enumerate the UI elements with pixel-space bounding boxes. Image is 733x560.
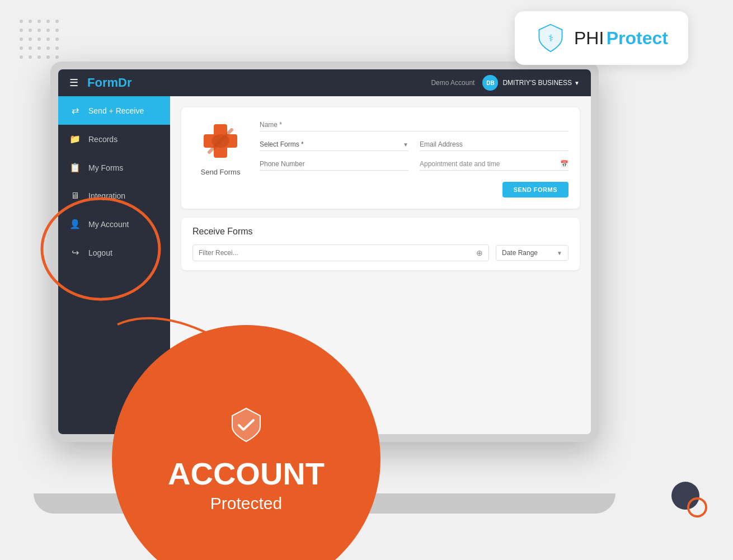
select-forms-field-group: Select Forms * ▼ bbox=[260, 138, 408, 151]
user-dropdown-arrow[interactable]: ▼ bbox=[574, 80, 580, 86]
hamburger-icon[interactable]: ☰ bbox=[69, 77, 78, 89]
formdr-cross-logo bbox=[198, 119, 243, 163]
send-receive-icon: ⇄ bbox=[69, 105, 81, 116]
app-logo: FormDr bbox=[87, 76, 131, 90]
phi-title-text: PHI Protect bbox=[574, 28, 668, 49]
my-forms-icon: 📋 bbox=[69, 162, 81, 173]
select-forms-arrow-icon: ▼ bbox=[403, 142, 408, 148]
email-field-group bbox=[420, 138, 568, 151]
receive-forms-section: Receive Forms ⊕ Date Range ▼ bbox=[181, 218, 580, 270]
filter-receive-input[interactable] bbox=[199, 249, 472, 257]
filter-row: ⊕ Date Range ▼ bbox=[192, 244, 568, 261]
calendar-icon: 📅 bbox=[560, 160, 568, 168]
name-field-group bbox=[260, 119, 568, 131]
email-input[interactable] bbox=[420, 138, 568, 151]
send-button-row: SEND FORMS bbox=[260, 182, 568, 197]
phone-field-group bbox=[260, 158, 408, 171]
form-logo-area: Send Forms bbox=[192, 119, 248, 197]
select-forms-dropdown[interactable]: Select Forms * ▼ bbox=[260, 138, 408, 151]
user-avatar: DB bbox=[482, 75, 498, 91]
my-account-icon: 👤 bbox=[69, 219, 81, 229]
sidebar-item-label-my-forms: My Forms bbox=[88, 163, 123, 172]
shield-check-icon bbox=[227, 406, 266, 445]
app-header: ☰ FormDr Demo Account DB DMITRIY'S BUSIN… bbox=[58, 69, 591, 96]
phone-input[interactable] bbox=[260, 158, 408, 171]
sidebar-item-label-integration: Integration bbox=[88, 191, 125, 200]
send-forms-button[interactable]: SEND FORMS bbox=[502, 182, 568, 197]
name-input[interactable] bbox=[260, 119, 568, 131]
send-forms-card: Send Forms Select Forms * bbox=[181, 107, 580, 209]
dark-dot-decoration bbox=[671, 482, 699, 510]
demo-account-label: Demo Account bbox=[431, 79, 474, 87]
protected-label: Protected bbox=[210, 494, 282, 513]
integration-icon: 🖥 bbox=[69, 191, 81, 201]
sidebar-item-my-forms[interactable]: 📋 My Forms bbox=[58, 153, 170, 182]
filter-input-wrapper: ⊕ bbox=[192, 244, 489, 261]
sidebar-item-label-logout: Logout bbox=[88, 248, 112, 257]
svg-text:⚕: ⚕ bbox=[548, 33, 553, 44]
appointment-date-field[interactable]: Appointment date and time 📅 bbox=[420, 158, 568, 171]
send-forms-fields: Select Forms * ▼ bbox=[260, 119, 568, 197]
filter-add-icon[interactable]: ⊕ bbox=[476, 248, 483, 257]
sidebar-item-integration[interactable]: 🖥 Integration bbox=[58, 182, 170, 210]
sidebar-item-label-my-account: My Account bbox=[88, 220, 129, 229]
sidebar-item-send-receive[interactable]: ⇄ Send + Receive bbox=[58, 96, 170, 125]
appointment-field-group: Appointment date and time 📅 bbox=[420, 158, 568, 171]
date-range-label: Date Range bbox=[502, 249, 552, 257]
appointment-placeholder-text: Appointment date and time bbox=[420, 160, 560, 168]
sidebar-item-my-account[interactable]: 👤 My Account bbox=[58, 210, 170, 238]
user-name: DMITRIY'S BUSINESS bbox=[502, 79, 572, 87]
date-range-dropdown[interactable]: Date Range ▼ bbox=[496, 245, 568, 261]
account-label: ACCOUNT bbox=[168, 458, 325, 490]
send-forms-label: Send Forms bbox=[201, 168, 241, 176]
logout-icon: ↪ bbox=[69, 247, 81, 258]
phi-shield-icon: ⚕ bbox=[535, 22, 566, 54]
sidebar-item-records[interactable]: 📁 Records bbox=[58, 125, 170, 153]
sidebar-item-label-send-receive: Send + Receive bbox=[88, 106, 144, 115]
sidebar-item-label-records: Records bbox=[88, 135, 118, 144]
date-range-arrow-icon: ▼ bbox=[557, 250, 562, 256]
records-icon: 📁 bbox=[69, 134, 81, 144]
sidebar-item-logout[interactable]: ↪ Logout bbox=[58, 238, 170, 267]
phi-protect-badge: ⚕ PHI Protect bbox=[515, 11, 688, 65]
receive-forms-title: Receive Forms bbox=[192, 227, 568, 237]
select-forms-text: Select Forms * bbox=[260, 140, 403, 148]
